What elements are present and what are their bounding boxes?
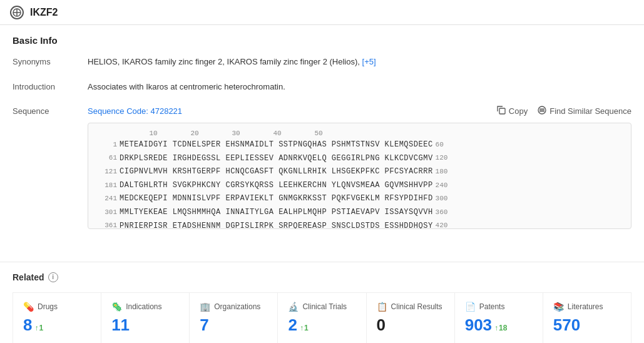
sequence-code-link[interactable]: Sequence Code: 4728221 xyxy=(88,105,182,118)
stat-item[interactable]: 📚 Literatures 570 xyxy=(543,293,631,344)
stat-number: 0 xyxy=(377,315,386,335)
arrow-up-icon: ↑ xyxy=(300,324,304,332)
sequence-row-item: 361PNRIERPISR ETADSHENNM DGPISLIRPK SRPQ… xyxy=(93,220,626,229)
stat-number: 11 xyxy=(111,315,130,335)
sequence-wrapper: 10 20 30 40 50 1METEAIDGYI TCDNELSPER EH… xyxy=(88,123,631,229)
svg-rect-3 xyxy=(499,108,505,114)
sequence-row-item: 301MMLTYEKEAE LMQSHMMHQA INNAITYLGA EALH… xyxy=(93,206,626,220)
sequence-row-item: 181DALTGHLRTH SVGKPHKCNY CGRSYKQRSS LEEH… xyxy=(93,179,626,193)
copy-button[interactable]: Copy xyxy=(497,106,528,116)
find-similar-icon xyxy=(538,106,546,116)
seq-start-num: 361 xyxy=(93,220,117,228)
synonyms-row: Synonyms HELIOS, IKAROS family zinc fing… xyxy=(13,56,631,68)
stats-grid: 💊 Drugs 8 ↑1 🦠 Indications 11 🏢 Organiza… xyxy=(13,292,631,344)
stat-icon: 💊 xyxy=(23,302,34,312)
seq-data: MEDCKEQEPI MDNNISLVPF ERPAVIEKLT GNMGKRK… xyxy=(120,192,433,206)
find-similar-button[interactable]: Find Similar Sequence xyxy=(538,106,631,116)
sequence-row-item: 1METEAIDGYI TCDNELSPER EHSNMAIDLT SSTPNG… xyxy=(93,138,626,152)
stat-number: 8 xyxy=(23,315,32,335)
seq-data: PNRIERPISR ETADSHENNM DGPISLIRPK SRPQERE… xyxy=(120,220,433,229)
stat-item[interactable]: 🦠 Indications 11 xyxy=(101,293,190,344)
synonyms-more-link[interactable]: [+5] xyxy=(362,57,376,66)
stat-label: Clinical Results xyxy=(391,302,442,311)
sequence-label: Sequence xyxy=(13,105,88,116)
sequence-header: Sequence Code: 4728221 Copy xyxy=(88,105,631,118)
stat-value: 0 xyxy=(377,315,444,335)
stat-item[interactable]: 📄 Patents 903 ↑18 xyxy=(455,293,543,344)
seq-end-num: 360 xyxy=(436,207,448,219)
stat-value: 2 ↑1 xyxy=(288,315,355,335)
find-similar-label: Find Similar Sequence xyxy=(549,106,631,116)
stat-value: 7 xyxy=(200,315,267,335)
synonyms-label: Synonyms xyxy=(13,56,88,66)
copy-label: Copy xyxy=(509,106,528,116)
stat-delta: ↑1 xyxy=(300,324,309,332)
synonyms-text: HELIOS, IKAROS family zinc finger 2, IKA… xyxy=(88,57,360,66)
gene-icon xyxy=(10,6,24,19)
seq-data: METEAIDGYI TCDNELSPER EHSNMAIDLT SSTPNGQ… xyxy=(120,138,433,152)
seq-end-num: 180 xyxy=(436,166,448,178)
sequence-content: Sequence Code: 4728221 Copy xyxy=(88,105,631,229)
seq-start-num: 121 xyxy=(93,166,117,178)
stat-number: 570 xyxy=(553,315,580,335)
sequence-container: 10 20 30 40 50 1METEAIDGYI TCDNELSPER EH… xyxy=(88,123,631,229)
copy-icon xyxy=(497,106,506,116)
seq-end-num: 120 xyxy=(436,152,448,165)
related-section: Related i 💊 Drugs 8 ↑1 🦠 Indications 11 … xyxy=(0,272,644,344)
stat-item[interactable]: 🔬 Clinical Trials 2 ↑1 xyxy=(278,293,366,344)
stat-icon: 🦠 xyxy=(111,302,122,312)
stat-value: 8 ↑1 xyxy=(23,315,91,335)
introduction-row: Introduction Associates with Ikaros at c… xyxy=(13,81,631,93)
stat-number: 7 xyxy=(200,315,208,335)
seq-data: CIGPNVLMVH KRSHTGERPF HCNQCGASFT QKGNLLR… xyxy=(120,165,433,179)
stat-value: 570 xyxy=(553,315,621,335)
sequence-row: Sequence Sequence Code: 4728221 Copy xyxy=(13,105,631,229)
page-title: IKZF2 xyxy=(30,7,58,18)
seq-data: DALTGHLRTH SVGKPHKCNY CGRSYKQRSS LEEHKER… xyxy=(120,179,433,193)
stat-label-row: 🔬 Clinical Trials xyxy=(288,302,355,312)
seq-data: DRKPLSREDE IRGHDEGSSL EEPLIESSEV ADNRKVQ… xyxy=(120,152,433,166)
seq-end-num: 300 xyxy=(436,193,448,205)
stat-number: 2 xyxy=(288,315,297,335)
stat-label: Organizations xyxy=(214,302,260,311)
stat-label: Patents xyxy=(479,302,505,311)
seq-start-num: 301 xyxy=(93,207,117,219)
sequence-row-item: 241MEDCKEQEPI MDNNISLVPF ERPAVIEKLT GNMG… xyxy=(93,192,626,206)
stat-label: Drugs xyxy=(38,302,58,311)
stat-icon: 📋 xyxy=(377,302,387,312)
introduction-label: Introduction xyxy=(13,81,88,91)
related-info-icon[interactable]: i xyxy=(48,272,58,282)
seq-start-num: 61 xyxy=(93,152,117,165)
stat-icon: 📚 xyxy=(553,302,564,312)
arrow-up-icon: ↑ xyxy=(34,324,38,332)
stat-number: 903 xyxy=(465,315,492,335)
stat-label-row: 📋 Clinical Results xyxy=(377,302,444,312)
sequence-row-item: 61DRKPLSREDE IRGHDEGSSL EEPLIESSEV ADNRK… xyxy=(93,152,626,166)
related-label: Related xyxy=(13,272,44,282)
stat-label-row: 💊 Drugs xyxy=(23,302,91,312)
seq-end-num: 60 xyxy=(436,139,444,151)
sequence-row-item: 121CIGPNVLMVH KRSHTGERPF HCNQCGASFT QKGN… xyxy=(93,165,626,179)
sequence-actions: Copy Find Similar Sequence xyxy=(497,106,631,116)
stat-label-row: 📄 Patents xyxy=(465,302,533,312)
stat-item[interactable]: 📋 Clinical Results 0 xyxy=(367,293,455,344)
stat-delta: ↑1 xyxy=(34,324,43,332)
stat-label: Literatures xyxy=(568,302,603,311)
stat-label-row: 📚 Literatures xyxy=(553,302,621,312)
synonyms-value: HELIOS, IKAROS family zinc finger 2, IKA… xyxy=(88,56,631,68)
sequence-scroll[interactable]: 1METEAIDGYI TCDNELSPER EHSNMAIDLT SSTPNG… xyxy=(93,138,626,229)
seq-end-num: 240 xyxy=(436,180,448,192)
seq-end-num: 420 xyxy=(436,220,448,228)
stat-icon: 🏢 xyxy=(200,302,210,312)
introduction-value: Associates with Ikaros at centromeric he… xyxy=(88,81,631,93)
seq-start-num: 181 xyxy=(93,180,117,192)
page-header: IKZF2 xyxy=(0,0,644,25)
section-divider xyxy=(0,262,644,262)
stat-label-row: 🏢 Organizations xyxy=(200,302,267,312)
stat-icon: 📄 xyxy=(465,302,476,312)
related-title: Related i xyxy=(13,272,631,282)
stat-value: 11 xyxy=(111,315,179,335)
arrow-up-icon: ↑ xyxy=(494,324,498,332)
stat-item[interactable]: 🏢 Organizations 7 xyxy=(190,293,278,344)
stat-item[interactable]: 💊 Drugs 8 ↑1 xyxy=(13,293,101,344)
